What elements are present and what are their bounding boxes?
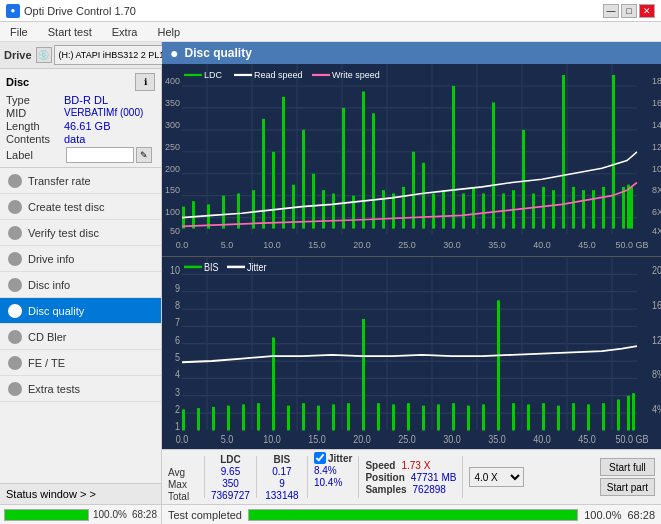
svg-rect-54 [562, 75, 565, 229]
svg-text:15.0: 15.0 [308, 433, 326, 445]
progress-label: 100.0% [93, 509, 128, 520]
maximize-button[interactable]: □ [621, 4, 637, 18]
svg-rect-140 [542, 403, 545, 430]
bis-header: BIS [274, 454, 291, 465]
svg-text:250: 250 [165, 140, 180, 151]
svg-text:10.0: 10.0 [263, 433, 281, 445]
stats-row-labels: Avg Max Total [168, 453, 198, 502]
nav-fe-te[interactable]: FE / TE [0, 350, 161, 376]
extra-tests-icon [8, 382, 22, 396]
start-part-button[interactable]: Start part [600, 478, 655, 496]
type-value: BD-R DL [64, 94, 108, 106]
svg-rect-129 [377, 403, 380, 430]
svg-text:7: 7 [175, 316, 180, 328]
ldc-max: 350 [222, 478, 239, 489]
fe-te-icon [8, 356, 22, 370]
cd-bler-icon [8, 330, 22, 344]
svg-rect-60 [622, 187, 625, 229]
svg-text:8%: 8% [652, 368, 661, 380]
disc-title: Disc [6, 76, 29, 88]
svg-rect-32 [342, 108, 345, 229]
jitter-checkbox[interactable] [314, 452, 326, 464]
svg-rect-57 [592, 190, 595, 228]
svg-rect-139 [527, 404, 530, 430]
disc-type-row: Type BD-R DL [6, 94, 155, 106]
svg-text:4X: 4X [652, 225, 661, 236]
disc-info-icon [8, 278, 22, 292]
menu-start-test[interactable]: Start test [44, 24, 96, 40]
svg-rect-25 [272, 152, 275, 229]
svg-text:4%: 4% [652, 403, 661, 415]
status-window[interactable]: Status window > > [0, 483, 161, 504]
stats-sep4 [358, 456, 359, 498]
svg-rect-43 [452, 86, 455, 229]
label-input[interactable] [66, 147, 134, 163]
titlebar-controls: — □ ✕ [603, 4, 655, 18]
svg-rect-133 [437, 404, 440, 430]
svg-text:2: 2 [175, 403, 180, 415]
svg-rect-0 [162, 64, 661, 256]
svg-rect-141 [557, 406, 560, 431]
bis-total: 133148 [265, 490, 298, 501]
disc-info-button[interactable]: ℹ [135, 73, 155, 91]
sidebar-spacer [0, 402, 161, 483]
svg-rect-29 [312, 174, 315, 229]
svg-text:25.0: 25.0 [398, 433, 416, 445]
disc-mid-row: MID VERBATIMf (000) [6, 107, 155, 119]
start-full-button[interactable]: Start full [600, 458, 655, 476]
transfer-rate-icon [8, 174, 22, 188]
svg-text:16%: 16% [652, 299, 661, 311]
svg-rect-118 [212, 407, 215, 431]
svg-rect-138 [512, 403, 515, 430]
app-title: Opti Drive Control 1.70 [24, 5, 136, 17]
nav-disc-info[interactable]: Disc info [0, 272, 161, 298]
menu-help[interactable]: Help [153, 24, 184, 40]
svg-text:0.0: 0.0 [176, 239, 189, 250]
chart-ldc-svg: 400 350 300 250 200 150 100 50 18X 16X 1… [162, 64, 661, 256]
svg-rect-41 [432, 193, 435, 228]
contents-label: Contents [6, 133, 64, 145]
jitter-header: Jitter [328, 453, 352, 464]
nav-create-test-disc[interactable]: Create test disc [0, 194, 161, 220]
content-area: ● Disc quality [162, 42, 661, 524]
menu-extra[interactable]: Extra [108, 24, 142, 40]
svg-text:6X: 6X [652, 206, 661, 217]
bottom-progress-fill [249, 510, 577, 520]
stats-speed-select[interactable]: 4.0 X [469, 467, 524, 487]
nav-cd-bler[interactable]: CD Bler [0, 324, 161, 350]
nav-verify-test-disc[interactable]: Verify test disc [0, 220, 161, 246]
svg-rect-36 [382, 190, 385, 228]
chart-bis: 10 9 8 7 6 5 4 3 2 1 20% 16% 12% 8% 4% [162, 257, 661, 449]
svg-rect-21 [222, 196, 225, 229]
minimize-button[interactable]: — [603, 4, 619, 18]
svg-rect-30 [322, 190, 325, 228]
svg-rect-147 [632, 393, 635, 430]
bottom-progress-bar [248, 509, 578, 521]
svg-text:50: 50 [170, 225, 180, 236]
svg-rect-61 [627, 185, 630, 229]
label-edit-button[interactable]: ✎ [136, 147, 152, 163]
nav-extra-tests[interactable]: Extra tests [0, 376, 161, 402]
nav-drive-info[interactable]: Drive info [0, 246, 161, 272]
svg-rect-55 [572, 187, 575, 229]
svg-text:9: 9 [175, 282, 180, 294]
menu-file[interactable]: File [6, 24, 32, 40]
svg-rect-96 [162, 257, 661, 449]
svg-rect-31 [332, 193, 335, 228]
svg-rect-59 [612, 75, 615, 229]
svg-text:Jitter: Jitter [247, 261, 267, 273]
disc-contents-row: Contents data [6, 133, 155, 145]
svg-text:40.0: 40.0 [533, 239, 551, 250]
nav-disc-quality[interactable]: Disc quality [0, 298, 161, 324]
svg-rect-142 [572, 403, 575, 430]
chart-ldc: 400 350 300 250 200 150 100 50 18X 16X 1… [162, 64, 661, 257]
progress-bar [4, 509, 89, 521]
svg-rect-58 [602, 187, 605, 229]
svg-rect-125 [317, 406, 320, 431]
close-button[interactable]: ✕ [639, 4, 655, 18]
mid-value: VERBATIMf (000) [64, 107, 143, 119]
svg-text:25.0: 25.0 [398, 239, 416, 250]
svg-text:LDC: LDC [204, 69, 222, 80]
menubar: File Start test Extra Help [0, 22, 661, 42]
nav-transfer-rate[interactable]: Transfer rate [0, 168, 161, 194]
